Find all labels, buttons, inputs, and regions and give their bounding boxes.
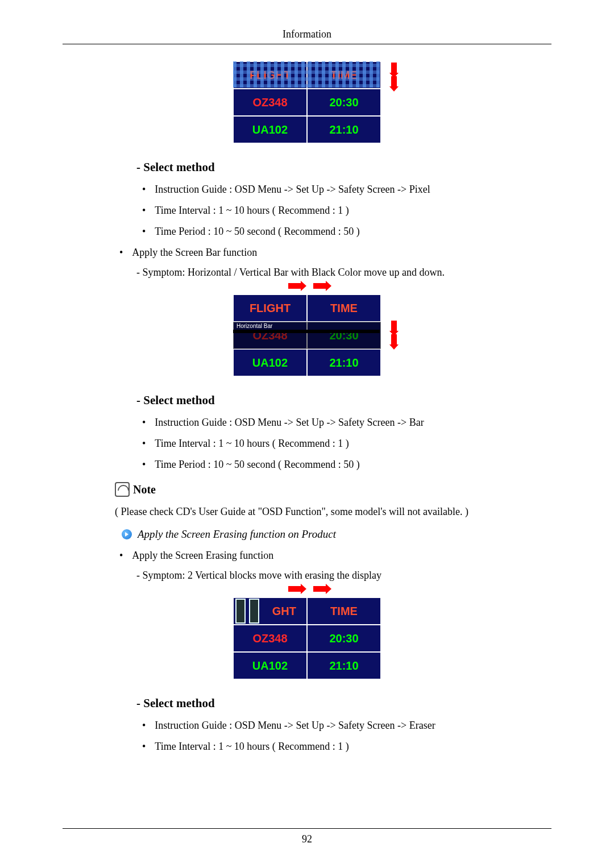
table-cell: OZ348 xyxy=(233,625,307,652)
heading-select-method: - Select method xyxy=(136,393,551,408)
page-header-title: Information xyxy=(63,28,551,44)
list-item-text: Instruction Guide : OSD Menu -> Set Up -… xyxy=(155,184,430,195)
figure-pixel: FLIGHT TIME OZ348 20:30 UA102 21:10 xyxy=(63,60,551,144)
list-apply-erasing: Apply the Screen Erasing function xyxy=(119,550,551,562)
table-cell: OZ348 xyxy=(233,89,307,116)
list-item-text: Time Interval : 1 ~ 10 hours ( Recommend… xyxy=(155,438,349,449)
list-item: Instruction Guide : OSD Menu -> Set Up -… xyxy=(142,184,551,196)
eraser-blocks-icon xyxy=(235,599,259,624)
arrow-circle-icon xyxy=(122,529,132,539)
list-apply-bar: Apply the Screen Bar function xyxy=(119,247,551,259)
table-cell: 20:30 xyxy=(307,322,381,349)
flight-table-pixel: FLIGHT TIME OZ348 20:30 UA102 21:10 xyxy=(232,60,382,144)
list-item-text: Instruction Guide : OSD Menu -> Set Up -… xyxy=(155,417,424,428)
list-item: Time Interval : 1 ~ 10 hours ( Recommend… xyxy=(142,741,551,753)
list-item: Time Period : 10 ~ 50 second ( Recommend… xyxy=(142,226,551,238)
list-item: Time Interval : 1 ~ 10 hours ( Recommend… xyxy=(142,438,551,450)
heading-select-method: - Select method xyxy=(136,160,551,175)
section-title-text: Apply the Screen Erasing function on Pro… xyxy=(138,528,336,541)
list-bar-method: Instruction Guide : OSD Menu -> Set Up -… xyxy=(142,417,551,471)
horizontal-bar-icon xyxy=(233,330,380,333)
table-head-flight: FLIGHT xyxy=(233,294,307,322)
heading-select-method: - Select method xyxy=(136,696,551,711)
table-cell: 21:10 xyxy=(307,652,381,679)
section-title-erasing: Apply the Screen Erasing function on Pro… xyxy=(122,528,551,541)
list-item-text: Time Interval : 1 ~ 10 hours ( Recommend… xyxy=(155,741,349,752)
list-item-text: Instruction Guide : OSD Menu -> Set Up -… xyxy=(155,720,435,731)
symptom-erasing: - Symptom: 2 Vertical blocks move with e… xyxy=(136,570,551,582)
list-item-text: Time Interval : 1 ~ 10 hours ( Recommend… xyxy=(155,205,349,216)
figure-bar: FLIGHT TIME OZ348 20:30 UA102 21:10 Hori… xyxy=(63,293,551,377)
table-head-time: TIME xyxy=(307,294,381,322)
list-item: Time Interval : 1 ~ 10 hours ( Recommend… xyxy=(142,205,551,217)
note-block: Note xyxy=(115,482,551,497)
flight-table-bar: FLIGHT TIME OZ348 20:30 UA102 21:10 xyxy=(232,293,382,377)
list-item: Time Period : 10 ~ 50 second ( Recommend… xyxy=(142,459,551,471)
list-pixel-method: Instruction Guide : OSD Menu -> Set Up -… xyxy=(142,184,551,238)
table-head-time: TIME xyxy=(307,597,381,625)
note-label: Note xyxy=(133,483,156,496)
list-item-text: Time Period : 10 ~ 50 second ( Recommend… xyxy=(155,226,360,237)
list-item: Instruction Guide : OSD Menu -> Set Up -… xyxy=(142,720,551,732)
note-icon xyxy=(115,482,130,497)
table-cell: 21:10 xyxy=(307,116,381,143)
list-item: Apply the Screen Bar function xyxy=(119,247,551,259)
page-number: 92 xyxy=(63,828,551,845)
table-head-flight: FLIGHT xyxy=(233,61,307,89)
list-item-text: Apply the Screen Erasing function xyxy=(132,550,273,561)
horizontal-bar-label: Horizontal Bar xyxy=(237,323,272,329)
table-cell: UA102 xyxy=(233,349,307,376)
table-head-time: TIME xyxy=(307,61,381,89)
table-cell: 20:30 xyxy=(307,89,381,116)
note-paragraph: ( Please check CD's User Guide at "OSD F… xyxy=(115,506,551,518)
table-cell: 21:10 xyxy=(307,349,381,376)
symptom-bar: - Symptom: Horizontal / Vertical Bar wit… xyxy=(136,267,551,279)
figure-eraser: GHT TIME OZ348 20:30 UA102 21:10 xyxy=(63,596,551,680)
list-item: Instruction Guide : OSD Menu -> Set Up -… xyxy=(142,417,551,429)
list-item: Apply the Screen Erasing function xyxy=(119,550,551,562)
arrows-right-top-icon xyxy=(63,584,551,594)
list-item-text: Apply the Screen Bar function xyxy=(132,247,257,258)
list-eraser-method: Instruction Guide : OSD Menu -> Set Up -… xyxy=(142,720,551,753)
table-cell: 20:30 xyxy=(307,625,381,652)
table-cell: UA102 xyxy=(233,116,307,143)
arrows-down-icon xyxy=(391,63,397,86)
list-item-text: Time Period : 10 ~ 50 second ( Recommend… xyxy=(155,459,360,470)
arrows-down-icon xyxy=(391,321,397,344)
table-cell: UA102 xyxy=(233,652,307,679)
arrows-right-top-icon xyxy=(63,281,551,291)
